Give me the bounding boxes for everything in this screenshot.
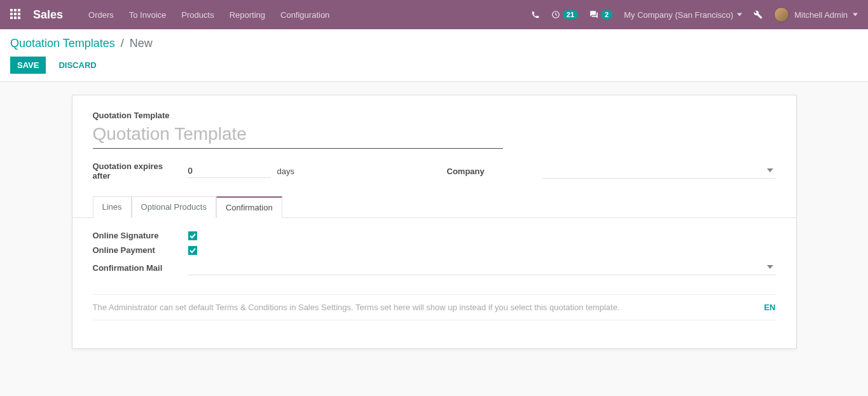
svg-rect-3 <box>10 13 13 15</box>
nav-reporting[interactable]: Reporting <box>230 10 265 20</box>
tab-lines[interactable]: Lines <box>93 196 132 218</box>
signature-label: Online Signature <box>93 231 188 240</box>
tab-strip: Lines Optional Products Confirmation <box>72 196 796 218</box>
control-panel: Quotation Templates / New Save Discard <box>0 29 868 82</box>
expires-unit: days <box>277 167 294 176</box>
app-title[interactable]: Sales <box>33 8 63 22</box>
terms-textarea[interactable]: The Administrator can set default Terms … <box>93 303 754 312</box>
payment-row: Online Payment <box>93 245 776 255</box>
expires-label: Quotation expires after <box>93 161 182 181</box>
company-label: Company <box>447 167 536 176</box>
company-select[interactable] <box>542 163 776 179</box>
terms-row: The Administrator can set default Terms … <box>93 294 776 320</box>
message-badge: 2 <box>601 10 612 19</box>
activity-icon[interactable]: 21 <box>551 10 578 19</box>
payment-checkbox[interactable] <box>188 246 197 255</box>
signature-row: Online Signature <box>93 231 776 240</box>
svg-rect-6 <box>10 17 13 19</box>
tab-optional-products[interactable]: Optional Products <box>132 196 216 218</box>
company-name: My Company (San Francisco) <box>624 10 733 20</box>
chevron-down-icon <box>853 12 858 17</box>
svg-rect-4 <box>14 13 17 15</box>
svg-rect-8 <box>18 17 20 19</box>
title-label: Quotation Template <box>93 111 776 120</box>
mail-label: Confirmation Mail <box>93 263 188 273</box>
svg-rect-5 <box>18 13 20 15</box>
chevron-down-icon <box>737 12 742 17</box>
user-menu[interactable]: Mitchell Admin <box>774 7 858 22</box>
control-buttons: Save Discard <box>10 57 858 74</box>
activity-badge: 21 <box>563 10 578 19</box>
tab-content-confirmation: Online Signature Online Payment Confirma… <box>93 218 776 333</box>
form-row-top: Quotation expires after days Company <box>93 161 776 181</box>
breadcrumb-current: New <box>130 37 153 50</box>
nav-orders[interactable]: Orders <box>88 10 114 20</box>
breadcrumb: Quotation Templates / New <box>10 37 858 50</box>
title-field-group: Quotation Template <box>93 111 776 149</box>
nav-products[interactable]: Products <box>181 10 214 20</box>
phone-icon[interactable] <box>531 10 540 19</box>
company-switcher[interactable]: My Company (San Francisco) <box>624 10 742 20</box>
user-name: Mitchell Admin <box>794 10 848 20</box>
chevron-down-icon <box>767 166 773 175</box>
breadcrumb-separator: / <box>121 37 124 50</box>
payment-label: Online Payment <box>93 245 188 255</box>
svg-rect-0 <box>10 9 13 11</box>
expires-field: Quotation expires after days <box>93 161 422 181</box>
signature-checkbox[interactable] <box>188 231 197 240</box>
form-sheet: Quotation Template Quotation expires aft… <box>72 95 797 349</box>
nav-menu: Orders To Invoice Products Reporting Con… <box>88 10 329 20</box>
breadcrumb-parent[interactable]: Quotation Templates <box>10 37 115 50</box>
save-button[interactable]: Save <box>10 57 46 74</box>
content-area: Quotation Template Quotation expires aft… <box>0 82 868 362</box>
svg-rect-2 <box>18 9 20 11</box>
top-navbar: Sales Orders To Invoice Products Reporti… <box>0 0 868 29</box>
nav-right: 21 2 My Company (San Francisco) Mitchell… <box>531 7 858 22</box>
template-name-input[interactable] <box>93 123 503 149</box>
mail-row: Confirmation Mail <box>93 260 776 275</box>
svg-rect-7 <box>14 17 17 19</box>
nav-configuration[interactable]: Configuration <box>280 10 329 20</box>
company-field: Company <box>447 161 776 181</box>
avatar <box>774 7 789 22</box>
debug-icon[interactable] <box>754 10 762 19</box>
expires-input[interactable] <box>188 164 271 178</box>
lang-button[interactable]: EN <box>764 303 775 312</box>
apps-icon[interactable] <box>10 9 20 21</box>
chevron-down-icon <box>767 263 773 272</box>
discard-button[interactable]: Discard <box>52 57 102 73</box>
svg-rect-1 <box>14 9 17 11</box>
tab-confirmation[interactable]: Confirmation <box>216 196 282 218</box>
nav-to-invoice[interactable]: To Invoice <box>129 10 167 20</box>
mail-select[interactable] <box>188 260 776 275</box>
message-icon[interactable]: 2 <box>589 10 612 19</box>
